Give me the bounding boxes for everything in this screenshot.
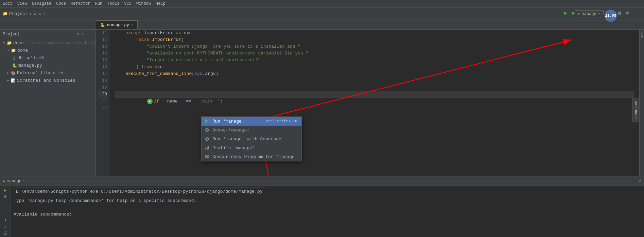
code-line-16: ) from exc (115, 64, 634, 70)
svg-marker-0 (205, 119, 209, 123)
svg-rect-5 (207, 147, 208, 149)
run-config-label: manage (582, 12, 596, 16)
scv-label-vertical[interactable]: SCV (640, 30, 644, 39)
menu-run[interactable]: Run (95, 1, 103, 6)
database-sidebar-label[interactable]: Database (632, 98, 639, 122)
bottom-settings-icon[interactable]: ⚙ (639, 178, 641, 184)
right-sidebar-tools: SCV (639, 30, 644, 176)
command-line: D:\envs\demo\Scripts\python.exe C:/Users… (14, 187, 265, 196)
sidebar-settings-icon[interactable]: ⚙ (77, 32, 79, 37)
ext-lib-icon: 📚 (11, 71, 16, 75)
line-numbers: 11 12 13 14 15 16 17 18 19 20 21 22 (96, 30, 109, 176)
sidebar-options-icon[interactable]: ⋯ (86, 32, 88, 37)
run-menu-icon (204, 118, 210, 124)
tab-close-button[interactable]: × (131, 23, 133, 27)
run-config-button[interactable]: ▶ manage ▾ (575, 10, 603, 17)
menu-shortcut: Ctrl+Shift+F10 (266, 119, 297, 123)
toolbar-left: 📁 Project ▾ ⚙ ⇅ ⋯ (3, 11, 98, 17)
menu-item-label: Debug 'manage' (212, 128, 249, 133)
menu-item-debug[interactable]: Debug 'manage' (202, 126, 301, 135)
print-icon[interactable]: 🖨 (3, 231, 7, 236)
py-file-icon: 🐍 (100, 23, 105, 27)
sidebar-item-db[interactable]: 🗄 db.sqlite3 (0, 54, 95, 62)
code-line-14: "available on your PYTHONPATH environmen… (115, 50, 634, 57)
sidebar-item-manage[interactable]: 🐍 manage.py (0, 62, 95, 69)
folder-icon: 📁 (3, 11, 8, 16)
run-icon-sidebar: ▶ manage × (3, 178, 25, 184)
output-line-1: Type 'manage.py help <subcommand>' for h… (14, 198, 641, 204)
code-line-21 (115, 98, 634, 105)
code-line-22 (115, 105, 634, 111)
code-line-11: except ImportError as exc: (115, 30, 634, 36)
output-line-3: Available subcommands: (14, 211, 641, 218)
chevron-right-icon: ▸ (7, 70, 10, 76)
menu-navigate[interactable]: Navigate (32, 1, 52, 6)
settings-icon[interactable]: ⚙ (34, 11, 36, 16)
menu-vcs[interactable]: VCS (124, 1, 132, 6)
item-label: dome (17, 48, 28, 53)
tab-label: manage.py (107, 23, 129, 28)
sort-icon[interactable]: ⇅ (38, 11, 41, 16)
item-label: db.sqlite3 (17, 56, 44, 61)
menu-item-label: Run 'manage' (212, 119, 244, 124)
profile-menu-icon (204, 145, 210, 151)
code-line-13: "Couldn't import Django. Are you sure it… (115, 43, 634, 50)
code-editor[interactable]: except ImportError as exc: raise ImportE… (109, 30, 639, 176)
code-container[interactable]: 11 12 13 14 15 16 17 18 19 20 21 22 exce… (96, 30, 639, 176)
menu-item-concurrency[interactable]: Concurrency Diagram for 'manage' (202, 152, 301, 161)
menu-refactor[interactable]: Refactor (71, 1, 90, 6)
menu-item-label: Profile 'manage' (212, 145, 255, 151)
coverage-menu-icon (204, 136, 210, 142)
item-label: dome (13, 41, 24, 46)
run-button[interactable]: ▶ (562, 9, 569, 17)
sidebar-title: Project (3, 32, 20, 37)
context-menu: Run 'manage' Ctrl+Shift+F10 (201, 116, 302, 161)
py-file-icon: 🐍 (12, 63, 17, 68)
timer-display: 21:05 (605, 10, 617, 22)
sidebar-item-external-libs[interactable]: ▸ 📚 External Libraries (0, 69, 95, 77)
sidebar-item-dome[interactable]: ▾ 📁 dome (0, 47, 95, 54)
scroll-down-icon[interactable]: ⬇ (4, 218, 6, 223)
menu-tools[interactable]: Tools (107, 1, 119, 6)
options-icon[interactable]: ⋯ (43, 11, 45, 16)
layout-button[interactable]: ▤ (624, 9, 630, 17)
folder-icon: 📁 (11, 48, 16, 53)
menu-edit[interactable]: Edit (3, 1, 13, 6)
db-file-icon: 🗄 (12, 56, 16, 60)
menu-code[interactable]: Code (56, 1, 66, 6)
wrap-icon[interactable]: ↵ (4, 224, 6, 229)
menu-item-profile[interactable]: Profile 'manage' (202, 143, 301, 152)
code-line-15: "forget to activate a virtual environmen… (115, 57, 634, 64)
code-line-12: raise ImportError( (115, 36, 634, 43)
menu-item-run[interactable]: Run 'manage' Ctrl+Shift+F10 (202, 117, 301, 126)
project-sidebar: Project ⚙ ⇅ ⋯ — ▾ 📁 dome C:\Users\Admini… (0, 30, 96, 176)
run-config-icon: ▶ (578, 11, 580, 16)
editor-area: 11 12 13 14 15 16 17 18 19 20 21 22 exce… (96, 30, 639, 176)
sidebar-minimize-icon[interactable]: — (90, 32, 93, 37)
chevron-down-icon: ▾ (29, 11, 32, 17)
run-sidebar: ▶ ■ ⬇ ↵ 🖨 (0, 186, 11, 237)
chevron-right-icon: ▸ (7, 78, 10, 83)
editor-tab-manage[interactable]: 🐍 manage.py × (96, 20, 138, 29)
project-label[interactable]: 📁 Project ▾ (3, 11, 32, 17)
more-button[interactable]: ▦ (616, 9, 623, 17)
chevron-down-icon: ▾ (3, 40, 5, 46)
stop-icon[interactable]: ■ (4, 194, 6, 199)
sidebar-collapse-icon[interactable]: ⇅ (81, 32, 84, 37)
menu-view[interactable]: View (17, 1, 27, 6)
sidebar-item-dome-root[interactable]: ▾ 📁 dome C:\Users\Administrator\Desktop\… (0, 39, 95, 47)
code-line-18 (115, 77, 634, 84)
run-again-icon[interactable]: ▶ (4, 187, 6, 193)
item-label: External Libraries (17, 70, 65, 76)
item-label: Scratches and Consoles (17, 78, 75, 83)
sidebar-item-scratches[interactable]: ▸ 📝 Scratches and Consoles (0, 77, 95, 84)
menu-help[interactable]: Help (156, 1, 166, 6)
menu-window[interactable]: Window (136, 1, 151, 6)
run-tab-close[interactable]: × (23, 179, 25, 183)
svg-rect-4 (205, 148, 206, 149)
folder-icon: 📁 (7, 41, 12, 46)
item-label: manage.py (18, 63, 42, 68)
chevron-down-icon: ▾ (7, 48, 10, 53)
menu-item-coverage[interactable]: Run 'manage' with Coverage (202, 135, 301, 143)
menu-item-label: Run 'manage' with Coverage (212, 137, 281, 142)
